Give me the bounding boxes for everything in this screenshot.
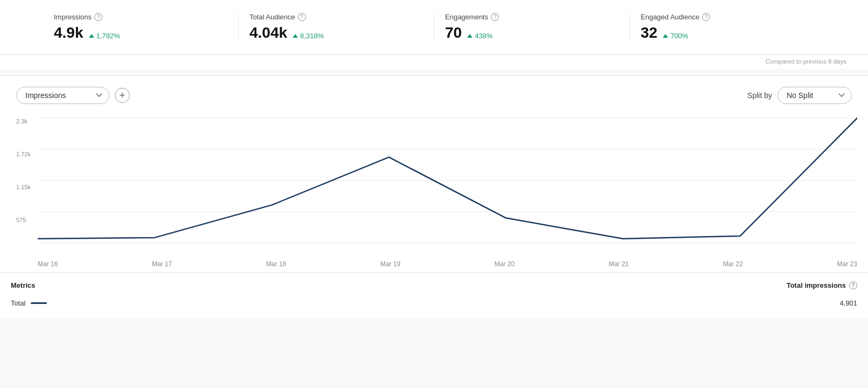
row-value-total: 4,901 bbox=[839, 299, 857, 307]
chart-controls-left: Impressions Total Audience Engagements E… bbox=[16, 87, 130, 104]
x-label-1: Mar 17 bbox=[152, 260, 172, 268]
metric-change-text-engaged-audience: 700% bbox=[670, 32, 688, 40]
y-label-3: 575 bbox=[16, 217, 33, 223]
metric-change-text-engagements: 438% bbox=[475, 32, 492, 40]
metric-card-impressions: Impressions ? 4.9k 1,792% bbox=[22, 13, 239, 41]
metric-card-engagements: Engagements ? 70 438% bbox=[434, 13, 630, 41]
arrow-up-icon-engagements bbox=[467, 34, 473, 38]
metric-number-impressions: 4.9k bbox=[54, 24, 84, 41]
x-axis: Mar 16 Mar 17 Mar 18 Mar 19 Mar 20 Mar 2… bbox=[38, 258, 857, 272]
help-icon-engaged-audience[interactable]: ? bbox=[702, 13, 710, 21]
x-label-0: Mar 16 bbox=[38, 260, 58, 268]
help-icon-total-impressions[interactable]: ? bbox=[849, 281, 857, 289]
arrow-up-icon-impressions bbox=[89, 34, 94, 38]
metric-change-total-audience: 8,318% bbox=[293, 32, 324, 40]
metric-value-engaged-audience: 32 700% bbox=[641, 24, 814, 41]
row-label-total: Total bbox=[11, 299, 25, 307]
help-icon-engagements[interactable]: ? bbox=[491, 13, 499, 21]
metric-select[interactable]: Impressions Total Audience Engagements E… bbox=[16, 87, 109, 104]
add-metric-button[interactable]: + bbox=[115, 88, 130, 103]
metric-title-engaged-audience: Engaged Audience bbox=[641, 13, 699, 21]
metrics-table-row-total: Total 4,901 bbox=[11, 296, 857, 310]
chart-container: 2.3k 1.72k 1.15k 575 0 Mar 16 Mar 17 bbox=[11, 113, 857, 272]
metrics-table-right-header: Total impressions ? bbox=[787, 281, 857, 289]
metric-number-total-audience: 4.04k bbox=[249, 24, 287, 41]
y-axis: 2.3k 1.72k 1.15k 575 0 bbox=[11, 113, 38, 272]
arrow-up-icon-total-audience bbox=[293, 34, 298, 38]
metric-label-engaged-audience: Engaged Audience ? bbox=[641, 13, 814, 21]
metrics-table: Metrics Total impressions ? Total 4,901 bbox=[0, 272, 868, 319]
metric-number-engagements: 70 bbox=[445, 24, 462, 41]
x-label-5: Mar 21 bbox=[609, 260, 629, 268]
chart-line-svg bbox=[38, 113, 857, 258]
metric-label-impressions: Impressions ? bbox=[54, 13, 227, 21]
split-by-label: Split by bbox=[747, 91, 772, 100]
metric-change-engaged-audience: 700% bbox=[663, 32, 688, 40]
total-impressions-header: Total impressions bbox=[787, 281, 846, 289]
metric-value-total-audience: 4.04k 8,318% bbox=[249, 24, 423, 41]
metric-card-engaged-audience: Engaged Audience ? 32 700% bbox=[630, 13, 846, 41]
metric-label-engagements: Engagements ? bbox=[445, 13, 619, 21]
help-icon-impressions[interactable]: ? bbox=[94, 13, 102, 21]
metric-title-impressions: Impressions bbox=[54, 13, 92, 21]
chart-svg-container: Mar 16 Mar 17 Mar 18 Mar 19 Mar 20 Mar 2… bbox=[38, 113, 857, 272]
metric-change-impressions: 1,792% bbox=[89, 32, 120, 40]
chart-section: Impressions Total Audience Engagements E… bbox=[0, 75, 868, 272]
legend-line-total bbox=[31, 302, 47, 304]
comparison-note: Compared to previous 8 days bbox=[0, 55, 868, 69]
metric-change-text-total-audience: 8,318% bbox=[300, 32, 324, 40]
x-label-2: Mar 18 bbox=[266, 260, 286, 268]
metric-change-text-impressions: 1,792% bbox=[96, 32, 120, 40]
metrics-table-row-left: Total bbox=[11, 299, 47, 307]
x-label-7: Mar 23 bbox=[837, 260, 857, 268]
metric-value-engagements: 70 438% bbox=[445, 24, 619, 41]
y-label-0: 2.3k bbox=[16, 118, 33, 124]
x-label-4: Mar 20 bbox=[495, 260, 515, 268]
metric-label-total-audience: Total Audience ? bbox=[249, 13, 423, 21]
y-label-2: 1.15k bbox=[16, 184, 33, 190]
split-by-container: Split by No Split Content Type Platform bbox=[747, 87, 852, 104]
metric-card-total-audience: Total Audience ? 4.04k 8,318% bbox=[239, 13, 434, 41]
metrics-table-header: Metrics Total impressions ? bbox=[11, 281, 857, 289]
x-label-6: Mar 22 bbox=[723, 260, 743, 268]
metric-title-engagements: Engagements bbox=[445, 13, 488, 21]
x-label-3: Mar 19 bbox=[380, 260, 400, 268]
y-label-1: 1.72k bbox=[16, 151, 33, 157]
metrics-table-left-header: Metrics bbox=[11, 281, 36, 289]
metric-number-engaged-audience: 32 bbox=[641, 24, 657, 41]
help-icon-total-audience[interactable]: ? bbox=[298, 13, 306, 21]
metric-value-impressions: 4.9k 1,792% bbox=[54, 24, 227, 41]
chart-controls: Impressions Total Audience Engagements E… bbox=[11, 87, 857, 104]
metric-title-total-audience: Total Audience bbox=[249, 13, 295, 21]
top-metrics-bar: Impressions ? 4.9k 1,792% Total Audience… bbox=[0, 0, 868, 55]
metric-change-engagements: 438% bbox=[467, 32, 492, 40]
arrow-up-icon-engaged-audience bbox=[663, 34, 668, 38]
split-select[interactable]: No Split Content Type Platform bbox=[777, 87, 852, 104]
